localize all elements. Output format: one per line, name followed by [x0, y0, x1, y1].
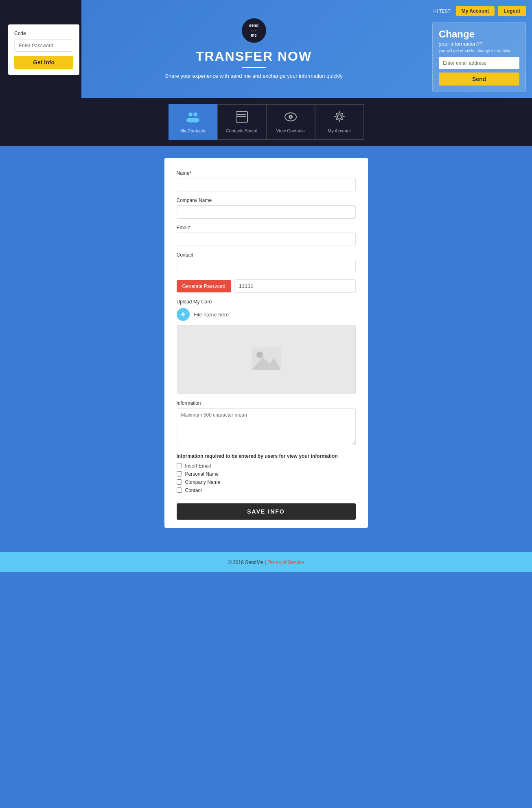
personal-name-checkbox[interactable] [177, 471, 182, 476]
footer-copyright: © 2018 SendMe [228, 560, 263, 565]
svg-point-3 [191, 118, 199, 123]
svg-point-1 [193, 112, 197, 116]
required-section: Information required to be entered by us… [177, 453, 356, 493]
image-placeholder-icon [250, 343, 282, 377]
form-card: Name* Company Name Email* Contact Genera… [164, 158, 368, 528]
contact-label: Contact [177, 252, 356, 258]
info-label: Information [177, 400, 356, 406]
view-contacts-icon [283, 111, 298, 125]
get-info-button[interactable]: Get Info [14, 56, 73, 69]
insert-email-checkbox[interactable] [177, 463, 182, 468]
company-name-cb-label: Company Name [185, 479, 221, 485]
name-group: Name* [177, 170, 356, 191]
svg-rect-5 [238, 114, 246, 115]
contact-cb-label: Contact [185, 487, 202, 493]
email-group: Email* [177, 225, 356, 246]
svg-point-7 [237, 114, 239, 115]
tab-my-account-label: My Account [328, 128, 351, 133]
tab-my-contacts[interactable]: My Contacts [169, 104, 217, 140]
upload-row: + File name here [177, 308, 356, 321]
change-box: Change your information?? you will get e… [432, 22, 526, 92]
change-subtitle: your information?? [439, 41, 519, 47]
code-input[interactable] [14, 40, 73, 52]
email-label: Email* [177, 225, 356, 231]
logo: send • • • me [242, 18, 266, 43]
transfer-subtitle: Share your experience with send me and e… [165, 72, 342, 80]
transfer-title: TRANSFER NOW [196, 49, 312, 64]
tab-view-contacts[interactable]: View Contacts [266, 104, 315, 140]
logo-text: send • • • me [249, 23, 258, 38]
password-row: Generate Password [177, 279, 356, 293]
svg-point-12 [337, 115, 342, 119]
company-group: Company Name [177, 198, 356, 219]
svg-point-0 [188, 112, 193, 116]
checkbox-contact: Contact [177, 487, 356, 493]
required-title: Information required to be entered by us… [177, 453, 356, 460]
contact-input[interactable] [177, 260, 356, 273]
file-name: File name here [194, 312, 229, 318]
company-input[interactable] [177, 205, 356, 219]
tab-contacts-saved[interactable]: Contacts Saved [217, 104, 266, 140]
contact-group: Contact [177, 252, 356, 273]
code-label: Code : [14, 31, 73, 36]
upload-button[interactable]: + [177, 308, 190, 321]
contact-checkbox[interactable] [177, 487, 182, 493]
checkbox-personal-name: Personal Name [177, 471, 356, 477]
name-label: Name* [177, 170, 356, 176]
company-name-checkbox[interactable] [177, 479, 182, 485]
change-title: Change [439, 29, 519, 40]
svg-point-14 [256, 351, 263, 358]
svg-point-8 [237, 116, 239, 117]
svg-rect-6 [238, 116, 246, 117]
transfer-divider [242, 67, 266, 68]
save-info-button[interactable]: SAVE INFO [177, 503, 356, 520]
info-group: Information [177, 400, 356, 447]
email-input[interactable] [177, 233, 356, 246]
header-right: HI TEST My Account Logout Change your in… [426, 0, 532, 98]
upload-label: Upload My Card [177, 299, 356, 305]
tab-my-account[interactable]: My Account [315, 104, 364, 140]
name-input[interactable] [177, 178, 356, 191]
logout-button[interactable]: Logout [498, 6, 526, 16]
info-textarea[interactable] [177, 408, 356, 445]
tab-contacts-saved-label: Contacts Saved [226, 128, 258, 133]
footer: © 2018 SendMe | Terms of Service [0, 552, 532, 572]
password-display[interactable] [234, 279, 356, 293]
change-desc: you will get email for change informatio… [439, 48, 519, 53]
checkbox-insert-email: Insert Email [177, 463, 356, 469]
nav-tabs-bar: My Contacts Contacts Saved [0, 98, 532, 146]
code-panel: Code : Get Info [8, 24, 79, 75]
header: SEE THE CONTACT INFORMATION Code : Get I… [0, 0, 532, 98]
generate-password-button[interactable]: Generate Password [177, 280, 231, 292]
my-account-icon [332, 111, 347, 125]
nav-tabs: My Contacts Contacts Saved [169, 104, 364, 140]
header-center: send • • • me TRANSFER NOW Share your ex… [81, 0, 426, 98]
company-label: Company Name [177, 198, 356, 203]
tab-view-contacts-label: View Contacts [276, 128, 304, 133]
contacts-saved-icon [234, 111, 249, 125]
my-contacts-icon [186, 111, 200, 125]
tab-my-contacts-label: My Contacts [180, 128, 205, 133]
change-email-input[interactable] [439, 57, 519, 69]
top-nav: HI TEST My Account Logout [433, 6, 526, 16]
image-preview [177, 325, 356, 394]
my-account-button[interactable]: My Account [456, 6, 495, 16]
personal-name-label: Personal Name [185, 471, 219, 477]
upload-section: Upload My Card + File name here [177, 299, 356, 321]
send-button[interactable]: Send [439, 72, 519, 86]
terms-of-service-link[interactable]: Terms of Service [268, 560, 304, 565]
hi-text: HI TEST [433, 9, 451, 13]
insert-email-label: Insert Email [185, 463, 211, 469]
svg-point-11 [290, 116, 291, 118]
checkbox-company-name: Company Name [177, 479, 356, 485]
main-content: Name* Company Name Email* Contact Genera… [0, 146, 532, 552]
